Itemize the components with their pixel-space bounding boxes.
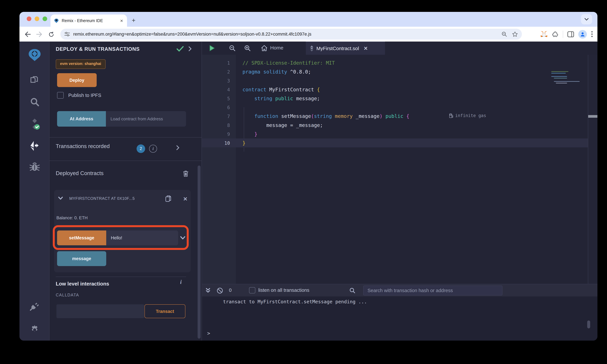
overview-ruler[interactable] xyxy=(588,55,597,284)
code-text: // SPDX-License-Identifier: MIT xyxy=(242,60,335,66)
minimize-window-button[interactable] xyxy=(35,16,39,21)
at-address-button[interactable]: At Address xyxy=(57,111,106,127)
divider xyxy=(50,137,202,138)
set-message-button[interactable]: setMessage xyxy=(57,231,106,245)
metamask-icon[interactable] xyxy=(540,31,548,38)
code-editor[interactable]: 1// SPDX-License-Identifier: MIT2pragma … xyxy=(202,55,588,284)
calldata-label: CALLDATA xyxy=(56,293,79,297)
contract-title[interactable]: MYFIRSTCONTRACT AT 0X10F...5 xyxy=(69,196,162,201)
run-script-play-icon[interactable] xyxy=(208,44,216,52)
code-text: } xyxy=(242,140,245,146)
publish-ipfs-label[interactable]: Publish to IPFS xyxy=(68,93,101,98)
chevron-down-icon xyxy=(585,18,589,21)
icon-rail xyxy=(19,41,50,341)
code-line[interactable]: 7 function setMessage(string memory _mes… xyxy=(202,112,588,121)
transactions-expand-chevron-icon[interactable] xyxy=(176,145,179,150)
site-settings-tune-icon[interactable] xyxy=(64,32,70,37)
extensions-puzzle-icon[interactable] xyxy=(552,31,558,38)
code-line[interactable]: 1// SPDX-License-Identifier: MIT xyxy=(202,58,588,67)
publish-ipfs-checkbox[interactable] xyxy=(57,92,64,99)
low-level-info-icon[interactable]: i xyxy=(180,279,182,286)
home-icon[interactable] xyxy=(260,44,268,52)
macos-traffic-lights[interactable] xyxy=(27,16,47,21)
code-line[interactable]: 5 string public message; xyxy=(202,94,588,103)
zoom-out-icon[interactable] xyxy=(228,44,236,52)
browser-tabstrip: Remix - Ethereum IDE × + xyxy=(19,12,597,27)
code-line[interactable]: 10} xyxy=(202,139,588,147)
listen-all-checkbox[interactable] xyxy=(249,287,255,293)
transactions-recorded-label: Transactions recorded xyxy=(56,143,110,149)
code-text: function setMessage(string memory _messa… xyxy=(242,113,486,119)
transactions-info-icon[interactable]: i xyxy=(149,145,157,153)
forward-button[interactable] xyxy=(35,30,43,38)
code-line[interactable]: 8 message = _message; xyxy=(202,121,588,130)
file-explorer-icon[interactable] xyxy=(19,75,50,86)
bookmark-star-icon[interactable] xyxy=(512,31,518,37)
debugger-icon[interactable] xyxy=(19,162,50,172)
expand-args-chevron-icon[interactable] xyxy=(180,236,185,240)
kebab-menu-icon[interactable] xyxy=(591,31,593,37)
close-window-button[interactable] xyxy=(27,16,31,21)
solidity-compiler-icon[interactable] xyxy=(19,118,50,130)
line-number: 2 xyxy=(202,69,230,74)
editor-region: Home MyFirstContract.sol ✕ 1// SPDX-Lice… xyxy=(202,41,597,341)
check-icon xyxy=(176,46,184,52)
browser-tab[interactable]: Remix - Ethereum IDE × xyxy=(51,14,127,27)
side-panel-icon[interactable] xyxy=(567,31,574,37)
zoom-window-button[interactable] xyxy=(42,16,47,21)
browser-toolbar: remix.ethereum.org/#lang=en&optimize=fal… xyxy=(19,27,597,41)
terminal-scrollbar[interactable] xyxy=(587,321,590,328)
terminal-prompt[interactable]: > xyxy=(207,330,210,336)
terminal-collapse-double-chevron-icon[interactable] xyxy=(204,286,212,294)
code-line[interactable]: 6 xyxy=(202,103,588,112)
message-button[interactable]: message xyxy=(57,251,106,266)
plugin-manager-icon[interactable] xyxy=(19,300,50,312)
load-address-input[interactable] xyxy=(106,111,186,127)
code-line[interactable]: 4contract MyFirstContract { xyxy=(202,85,588,94)
contract-collapse-chevron-icon[interactable] xyxy=(58,196,63,200)
panel-expand-chevron-icon[interactable] xyxy=(188,46,192,52)
code-line[interactable]: 3 xyxy=(202,76,588,85)
terminal-search-input[interactable] xyxy=(363,286,502,295)
calldata-input[interactable] xyxy=(56,304,144,318)
code-text: contract MyFirstContract { xyxy=(242,87,320,92)
deploy-run-panel: DEPLOY & RUN TRANSACTIONS evm version: s… xyxy=(50,41,202,341)
code-line[interactable]: 2pragma solidity ^0.8.0; xyxy=(202,67,588,76)
profile-avatar[interactable] xyxy=(578,30,587,39)
panel-scrollbar[interactable] xyxy=(198,166,200,338)
terminal-log[interactable]: transact to MyFirstContract.setMessage p… xyxy=(202,296,597,341)
line-number: 9 xyxy=(202,131,230,137)
settings-gear-icon[interactable] xyxy=(19,323,50,334)
file-tab-close-icon[interactable]: ✕ xyxy=(364,45,368,51)
listen-all-label[interactable]: listen on all transactions xyxy=(258,287,309,293)
deploy-button[interactable]: Deploy xyxy=(57,73,97,87)
browser-window: Remix - Ethereum IDE × + remix.ethereum.… xyxy=(19,12,597,341)
clear-console-ban-icon[interactable] xyxy=(216,286,224,294)
zoom-indicator-icon[interactable] xyxy=(501,31,507,37)
minimap[interactable] xyxy=(551,71,581,92)
new-tab-button[interactable]: + xyxy=(129,16,138,25)
remix-logo-icon[interactable] xyxy=(19,48,50,61)
reload-button[interactable] xyxy=(47,30,55,38)
transact-button[interactable]: Transact xyxy=(145,304,185,318)
url-text[interactable]: remix.ethereum.org/#lang=en&optimize=fal… xyxy=(73,32,501,37)
tab-search-chevron-button[interactable] xyxy=(581,14,592,24)
url-bar[interactable]: remix.ethereum.org/#lang=en&optimize=fal… xyxy=(60,29,522,39)
contract-close-icon[interactable]: ✕ xyxy=(183,196,187,202)
file-tab-active[interactable]: MyFirstContract.sol ✕ xyxy=(306,41,385,55)
set-message-input[interactable] xyxy=(106,231,178,245)
code-text: pragma solidity ^0.8.0; xyxy=(242,69,311,75)
terminal-log-line: transact to MyFirstContract.setMessage p… xyxy=(223,299,367,304)
copy-icon[interactable] xyxy=(165,195,172,202)
search-icon[interactable] xyxy=(19,97,50,107)
tab-close-icon[interactable]: × xyxy=(119,18,124,23)
toolbar-right-icons xyxy=(540,27,597,41)
back-button[interactable] xyxy=(24,30,32,38)
deploy-run-icon[interactable] xyxy=(19,140,50,151)
terminal-toolbar: 0 listen on all transactions xyxy=(202,284,597,296)
home-tab[interactable]: Home xyxy=(270,45,283,51)
code-line[interactable]: 9 } xyxy=(202,130,588,139)
zoom-in-icon[interactable] xyxy=(243,44,251,52)
trash-icon[interactable] xyxy=(183,170,189,177)
evm-version-badge: evm version: shanghai xyxy=(56,59,106,69)
